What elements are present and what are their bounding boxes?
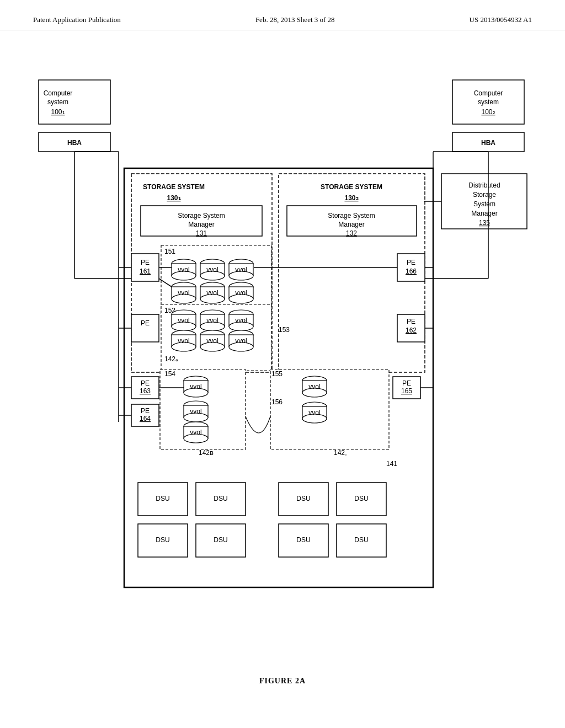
manager2-label2: Manager — [338, 221, 364, 228]
pe162-id: 162 — [406, 326, 417, 334]
diagram-area: Computer system 100₁ HBA Computer system… — [0, 30, 565, 670]
ref153: 153 — [279, 326, 290, 334]
vvol-4-1-label: vvol — [178, 337, 189, 345]
dsu-l2-label: DSU — [214, 495, 227, 502]
pe166-id: 166 — [406, 267, 417, 275]
vvol-3-3-label: vvol — [235, 317, 247, 324]
hba1-label: HBA — [67, 139, 82, 147]
dsu-r1-label: DSU — [296, 495, 310, 502]
pe165-id: 165 — [401, 387, 412, 395]
pe165-label: PE — [402, 379, 411, 387]
pe161-label: PE — [141, 259, 150, 266]
distributed-label4: Manager — [471, 210, 497, 217]
vvol-1-3-label: vvol — [235, 266, 247, 274]
dsu-l4-label: DSU — [214, 536, 227, 544]
header-right: US 2013/0054932 A1 — [470, 15, 532, 24]
ref142b: 142ʙ — [199, 449, 214, 457]
computer2-label: Computer — [474, 89, 503, 97]
figure-caption-area: FIGURE 2A — [0, 670, 565, 697]
vvol-2-3-label: vvol — [235, 289, 247, 297]
distributed-label2: Storage — [473, 191, 496, 199]
ref156: 156 — [271, 398, 282, 406]
patent-header: Patent Application Publication Feb. 28, … — [0, 0, 565, 30]
vvol-5-1-label: vvol — [190, 383, 201, 390]
ref155: 155 — [271, 370, 282, 378]
storage1-id: 130₁ — [167, 194, 180, 202]
header-left: Patent Application Publication — [33, 15, 121, 24]
dsu-r4-label: DSU — [354, 536, 368, 544]
diagram-svg: Computer system 100₁ HBA Computer system… — [22, 63, 541, 648]
vvol-6-2-label: vvol — [190, 429, 201, 436]
vvol-2-1-label: vvol — [178, 289, 189, 297]
vvol-3-2-label: vvol — [206, 317, 218, 324]
region142c-box — [270, 370, 389, 449]
hba2-label: HBA — [481, 139, 495, 147]
pe161-id: 161 — [140, 267, 151, 275]
dsu-r2-label: DSU — [354, 495, 368, 502]
vvol-1-2-label: vvol — [206, 266, 218, 274]
storage1-title: STORAGE SYSTEM — [143, 183, 205, 191]
pe162-label: PE — [407, 318, 415, 325]
dsu-l3-label: DSU — [156, 536, 169, 544]
vvol-2-2-label: vvol — [206, 289, 218, 297]
ref142a: 142ₐ — [164, 355, 178, 363]
computer1-id: 100₁ — [51, 108, 65, 116]
dsu-l1-label: DSU — [156, 495, 169, 502]
storage2-id: 130₂ — [344, 194, 358, 202]
manager2-id: 132 — [346, 229, 357, 237]
vvol-4-2-label: vvol — [206, 337, 218, 345]
distributed-label3: System — [473, 200, 495, 208]
figure-caption: FIGURE 2A — [259, 677, 306, 685]
vvol-c2-label: vvol — [308, 409, 320, 416]
header-center: Feb. 28, 2013 Sheet 3 of 28 — [255, 15, 335, 24]
vvol-1-1-label: vvol — [178, 266, 189, 274]
vvol-3-1-label: vvol — [178, 317, 189, 324]
dsu-r3-label: DSU — [296, 536, 310, 544]
pe-left-mid-box — [131, 314, 159, 342]
computer1-label2: system — [47, 98, 68, 106]
pe163-label: PE — [141, 379, 150, 387]
pe164-id: 164 — [140, 415, 151, 422]
pe166-label: PE — [407, 259, 415, 266]
ref142c: 142꜀ — [334, 449, 347, 457]
vvol-4-3-label: vvol — [235, 337, 247, 345]
distributed-label1: Distributed — [468, 181, 500, 189]
storage2-title: STORAGE SYSTEM — [321, 183, 382, 191]
manager1-label1: Storage System — [178, 212, 225, 220]
computer2-label2: system — [478, 98, 499, 106]
computer2-id: 100₂ — [481, 108, 495, 116]
pe164-label: PE — [141, 407, 150, 415]
manager2-label1: Storage System — [328, 212, 375, 220]
ref154: 154 — [164, 370, 175, 378]
computer1-label: Computer — [44, 89, 73, 97]
manager1-label2: Manager — [188, 221, 214, 228]
vvol-6-1-label: vvol — [190, 408, 201, 415]
ref151: 151 — [164, 248, 175, 255]
ref141: 141 — [386, 460, 397, 468]
pe-left-mid-label: PE — [141, 319, 150, 327]
manager1-id: 131 — [196, 229, 207, 237]
vvol-c1-label: vvol — [308, 383, 320, 390]
pe163-id: 163 — [140, 387, 151, 395]
